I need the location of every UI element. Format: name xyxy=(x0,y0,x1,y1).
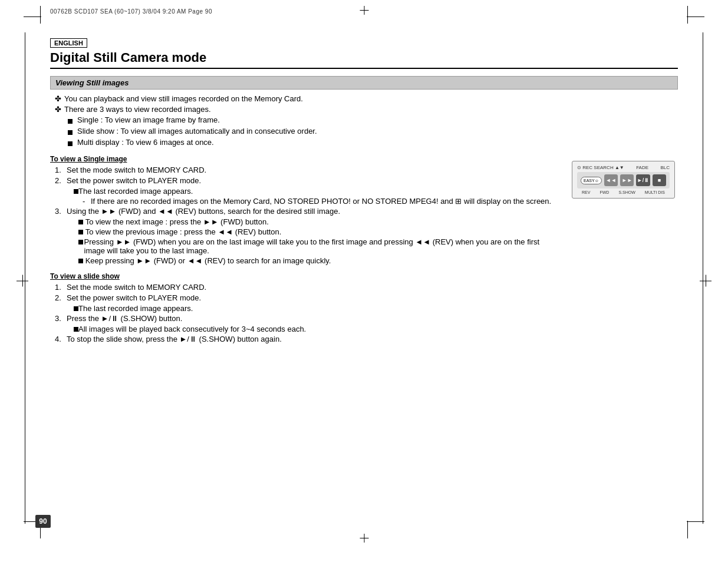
crop-mark-tr-h xyxy=(687,16,704,17)
sq-icon-step4 xyxy=(78,256,85,265)
step3-sub-1: To view the next image : press the ►► (F… xyxy=(50,217,560,226)
section-header: Viewing Still images xyxy=(50,76,678,90)
single-step-2: 2. Set the power switch to PLAYER mode. xyxy=(50,176,560,185)
step3-sub-2-text: To view the previous image : press the ◄… xyxy=(85,227,282,236)
english-label: ENGLISH xyxy=(50,38,87,48)
panel-label-rev: REV xyxy=(582,190,590,194)
single-step-3-text: Using the ►► (FWD) and ◄◄ (REV) buttons,… xyxy=(67,207,340,216)
step2-sub-1: The last recorded image appears. xyxy=(50,187,560,196)
cross-bullet-text-1: You can playback and view still images r… xyxy=(64,94,303,103)
dash-icon: - xyxy=(83,197,91,206)
slide-step-2-text: Set the power switch to PLAYER mode. xyxy=(67,293,201,302)
slide-step3-sub-text: All images will be played back consecuti… xyxy=(78,325,306,333)
panel-label-multi: MULTI DIS xyxy=(645,190,665,194)
file-info: 00762B SCD107 SEA (60~107) 3/8/04 9:20 A… xyxy=(50,8,212,15)
slide-step-2: 2. Set the power switch to PLAYER mode. xyxy=(50,293,560,302)
sq-icon-single xyxy=(68,117,77,125)
slide-step-3: 3. Press the ►/⏸ (S.SHOW) button. xyxy=(50,314,560,323)
step2-sub-1-text: The last recorded image appears. xyxy=(78,187,193,196)
step3-sub-2: To view the previous image : press the ◄… xyxy=(50,227,560,236)
sq-bullet-single: Single : To view an image frame by frame… xyxy=(50,115,678,125)
crosshair-top-icon xyxy=(360,6,368,11)
slide-num-4: 4. xyxy=(55,335,67,343)
crop-mark-tl-v xyxy=(40,6,41,24)
cross-bullet-2: ✤ There are 3 ways to view recorded imag… xyxy=(50,105,678,114)
step2-sub-2: - If there are no recorded images on the… xyxy=(50,197,560,206)
crosshair-left-icon xyxy=(17,281,28,282)
cross-bullet-1: ✤ You can playback and view still images… xyxy=(50,94,678,103)
single-step-2-text: Set the power switch to PLAYER mode. xyxy=(67,176,201,185)
sq-icon-slideshow xyxy=(68,128,77,137)
crop-mark-br-v xyxy=(687,521,688,538)
sq-bullet-slideshow: Slide show : To view all images automati… xyxy=(50,127,678,137)
slide-num-1: 1. xyxy=(55,283,67,292)
panel-label-recsearch: ⊙ REC SEARCH ▲▼ xyxy=(577,165,624,170)
sq-icon-multi xyxy=(68,139,77,148)
sq-icon-slide2a xyxy=(74,304,78,313)
cross-bullet-text-2: There are 3 ways to view recorded images… xyxy=(64,105,211,114)
sq-icon-slide3a xyxy=(74,325,78,333)
step3-sub-3-text: Pressing ►► (FWD) when you are on the la… xyxy=(84,237,561,255)
slide-step-1-text: Set the mode switch to MEMORY CARD. xyxy=(67,283,206,292)
crop-mark-tl-h xyxy=(24,16,41,17)
panel-label-sshow: S.SHOW xyxy=(618,190,635,194)
crosshair-bottom-icon xyxy=(360,534,368,538)
step3-sub-1-text: To view the next image : press the ►► (F… xyxy=(85,217,269,226)
slide-num-2: 2. xyxy=(55,293,67,302)
sq-bullet-text-single: Single : To view an image frame by frame… xyxy=(77,115,220,124)
right-border xyxy=(703,32,703,524)
single-image-heading: To view a Single image xyxy=(50,155,560,163)
panel-label-fwd: FWD xyxy=(599,190,609,194)
stop-button: ■ xyxy=(653,174,666,186)
crosshair-right-icon xyxy=(700,281,711,282)
camera-panel: ⊙ REC SEARCH ▲▼ FADE BLC EASY☺ ◄◄ ►► ►/⏸… xyxy=(572,161,675,199)
slide-step3-sub: All images will be played back consecuti… xyxy=(50,325,560,333)
sq-icon-step3a xyxy=(78,217,85,226)
slideshow-heading: To view a slide show xyxy=(50,272,560,280)
crop-mark-br-h xyxy=(687,521,704,522)
fwd-button: ►► xyxy=(620,174,634,186)
single-step-1: 1. Set the mode switch to MEMORY CARD. xyxy=(50,166,560,174)
single-step-4-wrap: Keep pressing ►► (FWD) or ◄◄ (REV) to se… xyxy=(50,256,560,265)
panel-buttons: EASY☺ ◄◄ ►► ►/⏸ ■ xyxy=(577,172,670,189)
panel-top-labels: ⊙ REC SEARCH ▲▼ FADE BLC xyxy=(577,165,670,170)
slide-num-3: 3. xyxy=(55,314,67,323)
page-title: Digital Still Camera mode xyxy=(50,50,678,69)
left-border xyxy=(25,32,25,524)
panel-bottom-labels: REV FWD S.SHOW MULTI DIS xyxy=(577,190,670,194)
col-image: ⊙ REC SEARCH ▲▼ FADE BLC EASY☺ ◄◄ ►► ►/⏸… xyxy=(572,149,678,345)
slide-step-4: 4. To stop the slide show, press the ►/⏸… xyxy=(50,335,560,343)
step-num-2: 2. xyxy=(55,176,67,185)
sq-bullet-multi: Multi display : To view 6 images at once… xyxy=(50,138,678,148)
single-step-1-text: Set the mode switch to MEMORY CARD. xyxy=(67,166,206,174)
crop-mark-tr-v xyxy=(687,6,688,24)
cross-symbol-2: ✤ xyxy=(55,105,64,114)
sq-bullet-text-slideshow: Slide show : To view all images automati… xyxy=(77,127,317,135)
slide-step2-sub-text: The last recorded image appears. xyxy=(78,304,193,313)
sq-icon-step3b xyxy=(78,227,85,236)
cross-symbol-1: ✤ xyxy=(55,94,64,103)
step-num-1: 1. xyxy=(55,166,67,174)
col-text: To view a Single image 1. Set the mode s… xyxy=(50,149,560,345)
panel-label-blc: BLC xyxy=(660,165,670,170)
play-pause-button: ►/⏸ xyxy=(636,174,650,186)
slide-step-4-text: To stop the slide show, press the ►/⏸ (S… xyxy=(67,335,282,343)
sq-icon-step3c xyxy=(78,237,84,255)
sq-icon-step2a xyxy=(74,187,78,196)
main-content: ENGLISH Digital Still Camera mode Viewin… xyxy=(50,38,678,512)
slide-step-3-text: Press the ►/⏸ (S.SHOW) button. xyxy=(67,314,182,323)
single-step-4-text: Keep pressing ►► (FWD) or ◄◄ (REV) to se… xyxy=(85,256,331,265)
two-col-layout: To view a Single image 1. Set the mode s… xyxy=(50,149,678,345)
easy-button: EASY☺ xyxy=(581,177,602,184)
sq-bullet-text-multi: Multi display : To view 6 images at once… xyxy=(77,138,214,147)
step2-sub-2-text: If there are no recorded images on the M… xyxy=(91,197,551,206)
single-step-3: 3. Using the ►► (FWD) and ◄◄ (REV) butto… xyxy=(50,207,560,216)
rev-button: ◄◄ xyxy=(604,174,618,186)
panel-label-fade: FADE xyxy=(636,165,648,170)
slide-step2-sub: The last recorded image appears. xyxy=(50,304,560,313)
step-num-3: 3. xyxy=(55,207,67,216)
step3-sub-3: Pressing ►► (FWD) when you are on the la… xyxy=(50,237,560,255)
slide-step-1: 1. Set the mode switch to MEMORY CARD. xyxy=(50,283,560,292)
page-number: 90 xyxy=(35,515,51,528)
